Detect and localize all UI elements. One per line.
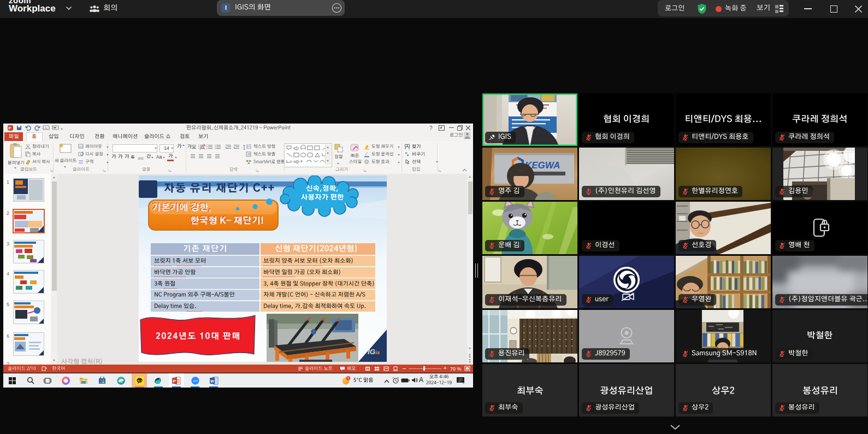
svg-text:zoom: zoom <box>193 380 197 382</box>
svg-text:P: P <box>173 379 176 384</box>
svg-text:3: 3 <box>463 381 464 384</box>
svg-text:TALK: TALK <box>137 380 142 382</box>
svg-text:5: 5 <box>347 377 349 380</box>
svg-text:W: W <box>210 379 214 383</box>
